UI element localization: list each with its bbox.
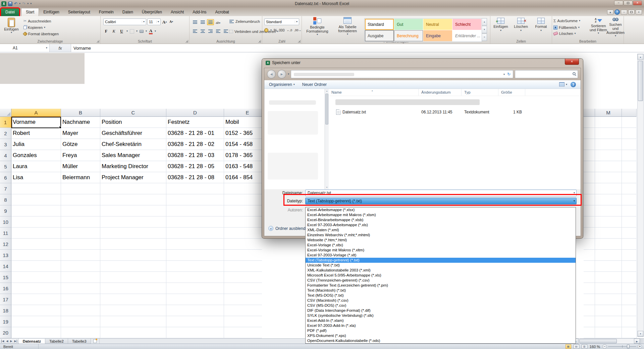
search-input[interactable] xyxy=(515,70,578,78)
gallery-down-icon[interactable]: ▾ xyxy=(482,26,487,33)
cell-E4[interactable]: 0178 - 365 xyxy=(224,150,262,161)
cell-E16[interactable] xyxy=(224,283,262,294)
cell[interactable] xyxy=(595,205,622,216)
pane-scrollbar[interactable]: ▴ ▾ xyxy=(325,89,329,189)
cell-E13[interactable] xyxy=(224,250,262,261)
filetype-option[interactable]: Unicode Text (*.txt) xyxy=(306,263,576,268)
cell-D3[interactable]: 03628 - 21 28 - 02 xyxy=(166,139,224,150)
cell-D14[interactable] xyxy=(166,261,224,272)
cell-style-standard[interactable]: Standard xyxy=(365,19,394,30)
delete-cells-button[interactable]: × Löschen▾ xyxy=(511,16,531,42)
views-button[interactable]: ▾ xyxy=(559,82,567,87)
save-icon[interactable] xyxy=(8,2,12,6)
select-all-corner[interactable] xyxy=(0,109,11,117)
cell[interactable] xyxy=(622,316,637,327)
cell-A19[interactable] xyxy=(11,316,61,327)
filetype-option[interactable]: CSV (Trennzeichen-getrennt) (*.csv) xyxy=(306,278,576,283)
filetype-option[interactable]: Text (Macintosh) (*.txt) xyxy=(306,288,576,293)
cell-C12[interactable] xyxy=(100,239,166,250)
sheet-tab-tabelle2[interactable]: Tabelle2 xyxy=(45,339,68,344)
cell-E6[interactable]: 0164 - 854 xyxy=(224,172,262,183)
cell[interactable] xyxy=(595,316,622,327)
cell-D12[interactable] xyxy=(166,239,224,250)
row-header-2[interactable]: 2 xyxy=(0,128,11,139)
filetype-option[interactable]: Excel-Arbeitsmappe (*.xlsx) xyxy=(306,207,576,212)
cell[interactable] xyxy=(584,305,595,316)
cell[interactable] xyxy=(595,161,622,172)
filetype-option[interactable]: Microsoft Excel 5.0/95-Arbeitsmappe (*.x… xyxy=(306,273,576,278)
filetype-option[interactable]: XPS-Dokument (*.xps) xyxy=(306,333,576,338)
cell-B12[interactable] xyxy=(61,239,100,250)
zoom-in-icon[interactable]: + xyxy=(638,344,642,349)
cell-B13[interactable] xyxy=(61,250,100,261)
cell-A13[interactable] xyxy=(11,250,61,261)
refresh-icon[interactable]: ↻ xyxy=(506,71,512,78)
gallery-up-icon[interactable]: ▴ xyxy=(482,18,487,26)
cell-B5[interactable]: Müller xyxy=(61,161,100,172)
cell-C2[interactable]: Geschäftsführer xyxy=(100,128,166,139)
cell-E15[interactable] xyxy=(224,272,262,283)
workbook-restore-button[interactable] xyxy=(628,10,635,15)
cell-B1[interactable]: Nachname xyxy=(61,117,100,128)
cell-B14[interactable] xyxy=(61,261,100,272)
font-color-button[interactable]: A xyxy=(149,29,153,34)
filetype-option[interactable]: Text (MS-DOS) (*.txt) xyxy=(306,293,576,298)
percent-style-icon[interactable]: % xyxy=(274,28,277,32)
tab-split-handle[interactable] xyxy=(640,339,644,344)
cell[interactable] xyxy=(595,327,622,338)
cut-button[interactable]: ✂Ausschneiden xyxy=(23,19,59,23)
scroll-down-icon[interactable]: ▾ xyxy=(638,331,643,337)
cell-B8[interactable] xyxy=(61,194,100,205)
prev-sheet-icon[interactable]: ◀ xyxy=(6,340,8,343)
cell-E3[interactable]: 0154 - 458 xyxy=(224,139,262,150)
copy-button[interactable]: Kopieren▾ xyxy=(23,26,59,30)
row-header-15[interactable]: 15 xyxy=(0,272,11,283)
forward-icon[interactable]: ▶ xyxy=(277,70,286,79)
cell[interactable] xyxy=(622,294,637,305)
cell[interactable] xyxy=(622,272,637,283)
col-header-D[interactable]: D xyxy=(166,109,224,117)
cell[interactable] xyxy=(622,216,637,228)
cell[interactable] xyxy=(584,283,595,294)
navigation-pane[interactable] xyxy=(264,89,325,189)
undo-icon[interactable]: ↶ xyxy=(14,2,17,6)
next-sheet-icon[interactable]: ▶ xyxy=(10,340,12,343)
italic-button[interactable]: K xyxy=(111,28,117,34)
cell-B17[interactable] xyxy=(61,294,100,305)
file-row[interactable]: Datensatz.txt 06.12.2013 11:45 Textdokum… xyxy=(329,108,581,116)
cell[interactable] xyxy=(595,194,622,205)
decrease-indent-icon[interactable] xyxy=(215,28,222,34)
cell-B7[interactable] xyxy=(61,183,100,194)
first-sheet-icon[interactable]: ◀ xyxy=(1,340,4,343)
cell[interactable] xyxy=(595,305,622,316)
bold-button[interactable]: F xyxy=(103,28,109,34)
cell-D7[interactable] xyxy=(166,183,224,194)
cell-E19[interactable] xyxy=(224,316,262,327)
insert-cells-button[interactable]: + Einfügen▾ xyxy=(491,16,511,42)
cell-style-schlecht[interactable]: Schlecht xyxy=(452,19,481,30)
cell-C16[interactable] xyxy=(100,283,166,294)
cell[interactable] xyxy=(595,216,622,228)
font-family-combo[interactable]: Calibri▾ xyxy=(103,18,146,25)
cell-B19[interactable] xyxy=(61,316,100,327)
redo-icon[interactable]: ↷ xyxy=(22,2,25,6)
col-header-partial[interactable] xyxy=(584,109,595,117)
cell-A17[interactable] xyxy=(11,294,61,305)
organize-button[interactable]: Organisieren▾ xyxy=(269,82,295,87)
cell-C17[interactable] xyxy=(100,294,166,305)
align-right-icon[interactable] xyxy=(207,28,214,34)
cell[interactable] xyxy=(622,172,637,183)
cell[interactable] xyxy=(595,128,622,139)
align-bottom-icon[interactable] xyxy=(207,19,214,25)
cell[interactable] xyxy=(584,183,595,194)
align-middle-icon[interactable] xyxy=(199,19,206,25)
find-select-button[interactable]: Suchen und Auswählen▾ xyxy=(607,17,624,42)
new-folder-button[interactable]: Neuer Ordner xyxy=(302,82,327,87)
list-column-3[interactable]: Typ xyxy=(462,89,498,96)
format-as-table-button[interactable]: Als Tabelle formatieren▾ xyxy=(333,16,362,42)
cell-C19[interactable] xyxy=(100,316,166,327)
number-format-combo[interactable]: Standard▾ xyxy=(264,18,299,25)
cell-style-gut[interactable]: Gut xyxy=(394,19,423,30)
filetype-option[interactable]: Excel-Binärarbeitsmappe (*.xlsb) xyxy=(306,217,576,222)
filetype-option[interactable]: Excel-Vorlage (*.xltx) xyxy=(306,243,576,248)
